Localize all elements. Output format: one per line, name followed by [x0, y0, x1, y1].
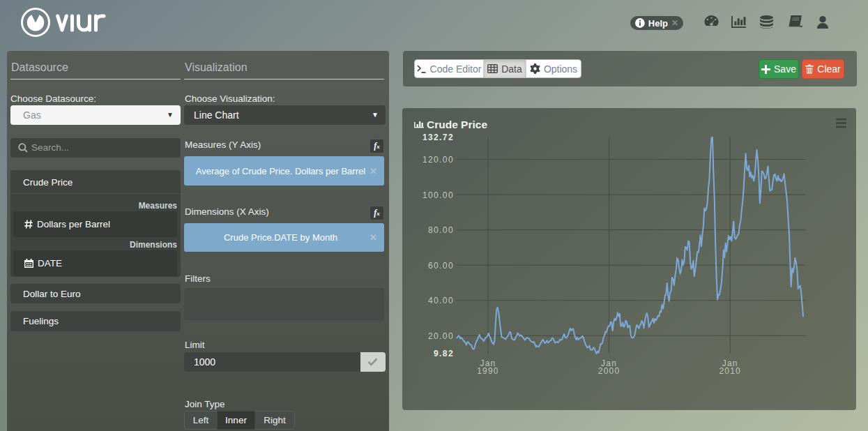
svg-text:120.00: 120.00 [422, 155, 454, 165]
svg-text:132.72: 132.72 [422, 133, 454, 142]
svg-text:1990: 1990 [477, 366, 499, 376]
svg-text:20.00: 20.00 [428, 331, 454, 341]
svg-text:Crude Price: Crude Price [427, 119, 487, 130]
svg-text:80.00: 80.00 [428, 225, 454, 235]
svg-text:2000: 2000 [598, 366, 620, 376]
svg-text:40.00: 40.00 [428, 296, 454, 305]
svg-text:60.00: 60.00 [428, 261, 454, 271]
svg-text:100.00: 100.00 [422, 190, 454, 200]
svg-text:9.82: 9.82 [434, 349, 454, 358]
svg-text:2010: 2010 [719, 366, 741, 376]
